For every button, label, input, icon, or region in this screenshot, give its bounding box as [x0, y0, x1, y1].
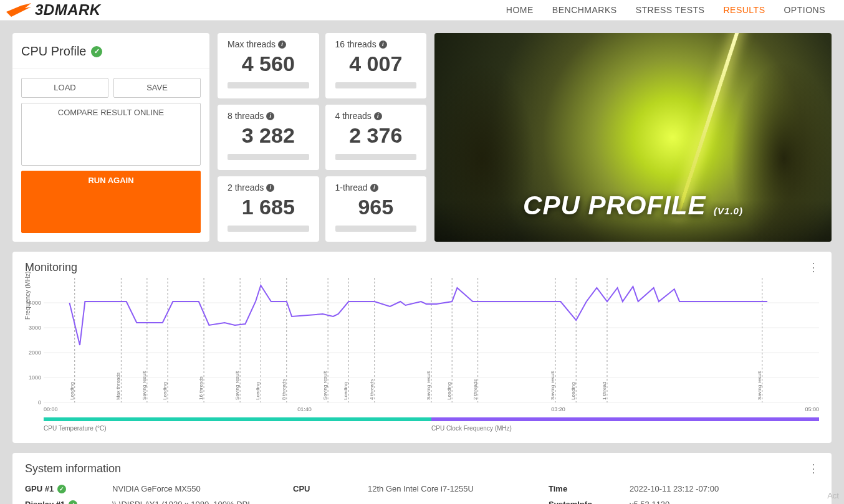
scores-grid: Max threadsi 4 560 16 threadsi 4 007 8 t…: [218, 33, 426, 242]
hero-version: (V1.0): [714, 206, 743, 216]
legend-bars: [44, 417, 819, 421]
cpu-profile-panel: CPU Profile ✓ LOAD SAVE COMPARE RESULT O…: [12, 33, 209, 242]
score-label: 1-thread: [335, 183, 368, 193]
xtick: 05:00: [805, 406, 819, 412]
score-value: 1 685: [228, 195, 309, 219]
time-value: 2022-10-11 23:12 -07:00: [630, 484, 819, 493]
svg-text:16 threads: 16 threads: [198, 376, 204, 400]
score-card-8-threads: 8 threadsi 3 282: [218, 105, 319, 170]
score-label: Max threads: [228, 39, 276, 49]
save-button[interactable]: SAVE: [113, 78, 201, 98]
kebab-menu-icon[interactable]: ⋮: [808, 260, 819, 274]
hero-image: CPU PROFILE (V1.0): [434, 33, 832, 242]
info-icon[interactable]: i: [278, 40, 286, 49]
svg-text:Saving result: Saving result: [426, 371, 431, 400]
systeminfo-value: v5.53.1130: [630, 500, 819, 504]
svg-text:2000: 2000: [29, 349, 41, 356]
verified-icon: ✓: [69, 500, 77, 505]
svg-text:Saving result: Saving result: [141, 371, 147, 400]
score-card-2-threads: 2 threadsi 1 685: [218, 176, 319, 242]
sysinfo-title: System information: [25, 462, 121, 475]
time-label: Time: [549, 484, 623, 493]
svg-text:0: 0: [38, 399, 41, 406]
monitoring-panel: Monitoring ⋮ Frequency (MHz) 01000200030…: [12, 252, 832, 443]
page-title: CPU Profile: [21, 44, 86, 59]
info-icon[interactable]: i: [379, 40, 387, 49]
info-icon[interactable]: i: [370, 184, 378, 192]
monitoring-chart: Frequency (MHz) 01000200030004000Loading…: [44, 278, 819, 402]
score-bar: [335, 154, 417, 160]
svg-text:Loading: Loading: [255, 383, 261, 400]
score-label: 2 threads: [228, 183, 264, 193]
load-button[interactable]: LOAD: [21, 78, 108, 98]
svg-text:4 threads: 4 threads: [369, 379, 375, 400]
svg-text:1000: 1000: [29, 374, 41, 381]
svg-text:3000: 3000: [29, 325, 41, 331]
score-card-max-threads: Max threadsi 4 560: [218, 33, 319, 98]
svg-text:Loading: Loading: [162, 383, 168, 400]
svg-text:2 threads: 2 threads: [472, 379, 478, 400]
kebab-menu-icon[interactable]: ⋮: [808, 462, 819, 475]
score-bar: [335, 82, 417, 88]
score-value: 4 560: [228, 52, 309, 76]
svg-text:Saving result: Saving result: [550, 371, 555, 400]
cpu-label: CPU: [293, 484, 362, 493]
score-value: 2 376: [335, 123, 417, 148]
chart-y-axis-label: Frequency (MHz): [24, 272, 31, 320]
legend-temp: CPU Temperature (°C): [44, 425, 431, 432]
chart-x-ticks: 00:00 01:40 03:20 05:00: [44, 406, 819, 412]
display-label: Display #1: [25, 500, 65, 504]
score-card-1-thread: 1-threadi 965: [325, 176, 427, 242]
nav-results[interactable]: RESULTS: [723, 5, 765, 15]
gpu-label: GPU #1: [25, 484, 54, 493]
xtick: 03:20: [551, 406, 565, 412]
legend-bar-temp[interactable]: [44, 417, 431, 421]
info-icon[interactable]: i: [374, 112, 382, 120]
score-bar: [228, 82, 309, 88]
nav-home[interactable]: HOME: [506, 5, 534, 15]
frequency-line-chart: 01000200030004000LoadingMax threadsSavin…: [44, 278, 819, 402]
compare-online-button[interactable]: COMPARE RESULT ONLINE: [21, 103, 201, 166]
score-label: 4 threads: [335, 111, 372, 121]
nav-options[interactable]: OPTIONS: [784, 5, 825, 15]
run-again-button[interactable]: RUN AGAIN: [21, 171, 201, 234]
score-label: 16 threads: [335, 39, 376, 49]
divider: [12, 69, 209, 69]
info-icon[interactable]: i: [266, 184, 274, 192]
display-value: \\.\DISPLAY1 (1920 x 1080, 100% DPI: [112, 500, 287, 504]
system-info-panel: System information ⋮ GPU #1✓ NVIDIA GeFo…: [12, 453, 832, 504]
score-bar: [228, 154, 309, 160]
svg-text:Saving result: Saving result: [234, 371, 240, 400]
nav-stress-tests[interactable]: STRESS TESTS: [636, 5, 705, 15]
systeminfo-label: SystemInfo: [549, 500, 623, 504]
cpu-value: 12th Gen Intel Core i7-1255U: [368, 484, 542, 493]
svg-text:Max threads: Max threads: [115, 373, 121, 400]
score-card-4-threads: 4 threadsi 2 376: [325, 105, 427, 170]
score-label: 8 threads: [228, 111, 264, 121]
svg-text:Loading: Loading: [69, 383, 75, 400]
svg-text:1 thread: 1 thread: [602, 382, 607, 400]
legend-bar-freq[interactable]: [431, 417, 819, 421]
svg-text:Saving result: Saving result: [757, 371, 762, 400]
main-nav: HOME BENCHMARKS STRESS TESTS RESULTS OPT…: [506, 5, 825, 15]
score-value: 965: [335, 195, 417, 219]
topbar: 3DMARK HOME BENCHMARKS STRESS TESTS RESU…: [0, 0, 844, 21]
hero-title: CPU PROFILE: [523, 191, 706, 220]
score-value: 4 007: [335, 52, 417, 76]
monitoring-title: Monitoring: [25, 261, 77, 274]
xtick: 00:00: [44, 406, 58, 412]
svg-text:Saving result: Saving result: [322, 371, 328, 400]
svg-text:Loading: Loading: [446, 383, 452, 400]
verified-icon: ✓: [57, 485, 66, 493]
info-icon[interactable]: i: [266, 112, 274, 120]
legend-freq: CPU Clock Frequency (MHz): [431, 425, 819, 432]
watermark: Act: [827, 491, 839, 500]
xtick: 01:40: [297, 406, 312, 412]
logo-swoosh-icon: [6, 3, 31, 17]
svg-text:Loading: Loading: [570, 383, 576, 400]
logo-text: 3DMARK: [35, 1, 101, 19]
nav-benchmarks[interactable]: BENCHMARKS: [552, 5, 617, 15]
logo: 3DMARK: [6, 1, 101, 19]
svg-text:8 threads: 8 threads: [281, 379, 287, 400]
score-bar: [335, 226, 417, 232]
